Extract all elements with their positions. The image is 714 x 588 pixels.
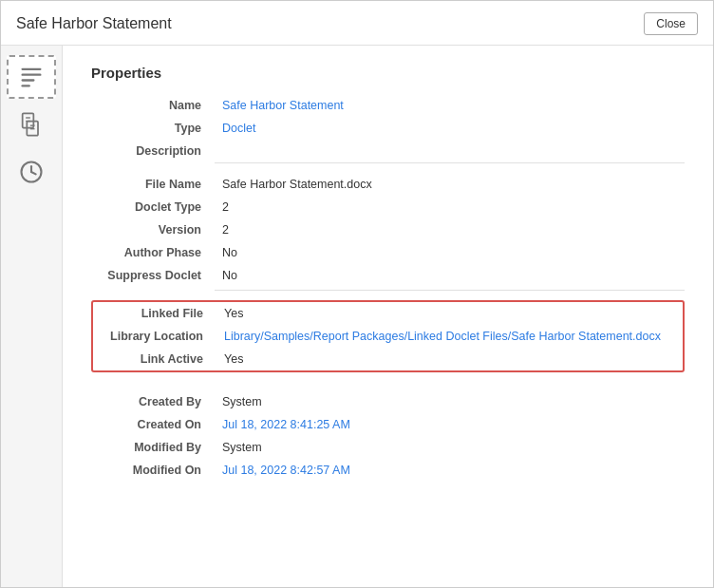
table-row: Created By System <box>91 390 685 413</box>
field-value: No <box>215 241 685 264</box>
properties-icon <box>18 64 45 90</box>
table-row: Doclet Type 2 <box>91 196 685 218</box>
svg-rect-2 <box>22 79 35 81</box>
content-area: Properties Name Safe Harbor Statement Ty… <box>63 46 713 587</box>
field-label: Link Active <box>93 348 216 370</box>
modified-on-link[interactable]: Jul 18, 2022 8:42:57 AM <box>222 464 350 477</box>
field-value: Yes <box>216 302 683 325</box>
properties-table-bottom: Created By System Created On Jul 18, 202… <box>91 381 685 482</box>
dialog-title: Safe Harbor Statement <box>16 15 172 32</box>
field-value: Jul 18, 2022 8:42:57 AM <box>215 459 685 482</box>
dialog-header: Safe Harbor Statement Close <box>1 1 713 46</box>
field-value: Safe Harbor Statement.docx <box>215 173 685 196</box>
sidebar-item-history[interactable] <box>7 150 56 194</box>
table-row: Suppress Doclet No <box>91 264 685 291</box>
table-row: Description <box>91 140 685 162</box>
svg-rect-1 <box>22 74 42 76</box>
dialog-body: Properties Name Safe Harbor Statement Ty… <box>1 46 713 587</box>
field-value: Yes <box>216 348 683 370</box>
field-label: Description <box>91 140 215 162</box>
close-button[interactable]: Close <box>644 12 698 35</box>
field-label: Modified By <box>91 436 215 459</box>
field-value: No <box>215 264 685 291</box>
type-link[interactable]: Doclet <box>222 122 255 135</box>
properties-table: Name Safe Harbor Statement Type Doclet D… <box>91 94 685 300</box>
table-row: Modified By System <box>91 436 685 459</box>
svg-rect-0 <box>22 68 42 70</box>
field-value: System <box>215 390 685 413</box>
field-label: Suppress Doclet <box>91 264 215 291</box>
table-row: Name Safe Harbor Statement <box>91 94 685 117</box>
field-label: Modified On <box>91 459 215 482</box>
field-value: Safe Harbor Statement <box>215 94 685 117</box>
highlighted-table: Linked File Yes Library Location Library… <box>93 302 683 370</box>
created-on-link[interactable]: Jul 18, 2022 8:41:25 AM <box>222 418 350 431</box>
field-value: Doclet <box>215 117 685 140</box>
table-row: Author Phase No <box>91 241 685 264</box>
sidebar-item-doclet[interactable] <box>7 103 56 146</box>
field-label: Doclet Type <box>91 196 215 218</box>
svg-line-12 <box>31 172 36 174</box>
field-label: Created By <box>91 390 215 413</box>
field-label: Linked File <box>93 302 216 325</box>
table-row: Library Location Library/Samples/Report … <box>93 325 683 348</box>
table-row: File Name Safe Harbor Statement.docx <box>91 173 685 196</box>
field-label: Created On <box>91 413 215 436</box>
library-location-link[interactable]: Library/Samples/Report Packages/Linked D… <box>224 330 661 343</box>
spacer-row <box>91 290 685 300</box>
doclet-icon <box>18 111 45 138</box>
sidebar <box>1 46 63 587</box>
svg-rect-3 <box>22 85 30 86</box>
field-label: Name <box>91 94 215 117</box>
field-value <box>215 140 685 162</box>
field-value: Library/Samples/Report Packages/Linked D… <box>216 325 683 348</box>
table-row: Linked File Yes <box>93 302 683 325</box>
field-label: Version <box>91 218 215 241</box>
field-value: Jul 18, 2022 8:41:25 AM <box>215 413 685 436</box>
table-row: Created On Jul 18, 2022 8:41:25 AM <box>91 413 685 436</box>
sidebar-item-properties[interactable] <box>7 55 56 99</box>
highlighted-section: Linked File Yes Library Location Library… <box>91 300 685 372</box>
field-value: System <box>215 436 685 459</box>
table-row: Modified On Jul 18, 2022 8:42:57 AM <box>91 459 685 482</box>
table-row: Type Doclet <box>91 117 685 140</box>
name-link[interactable]: Safe Harbor Statement <box>222 99 344 112</box>
field-value: 2 <box>215 196 685 218</box>
field-label: Library Location <box>93 325 216 348</box>
section-title: Properties <box>91 65 685 81</box>
history-icon <box>18 159 45 185</box>
table-row: Link Active Yes <box>93 348 683 370</box>
field-value: 2 <box>215 218 685 241</box>
field-label: Type <box>91 117 215 140</box>
field-label: File Name <box>91 173 215 196</box>
dialog: Safe Harbor Statement Close <box>0 0 714 588</box>
spacer-row <box>91 162 685 173</box>
spacer-row <box>91 381 685 390</box>
field-label: Author Phase <box>91 241 215 264</box>
table-row: Version 2 <box>91 218 685 241</box>
